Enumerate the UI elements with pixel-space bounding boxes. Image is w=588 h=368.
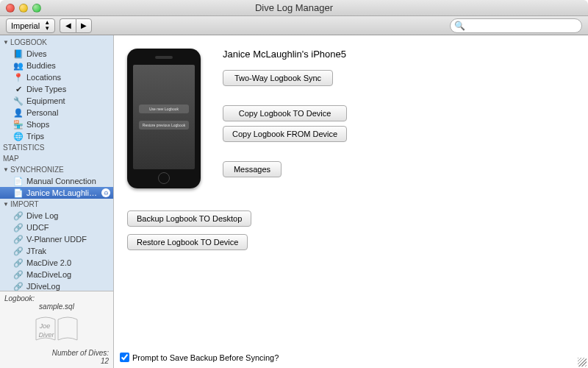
sidebar-item[interactable]: 🔧Equipment bbox=[0, 95, 113, 107]
sidebar-item-icon: 👤 bbox=[13, 108, 24, 118]
sidebar-group-label: MAP bbox=[3, 155, 19, 163]
window-title: Dive Log Manager bbox=[0, 2, 588, 13]
nav-buttons: ◀ ▶ bbox=[60, 18, 92, 33]
phone-screen: Use new Logbook Restore previous Logbook bbox=[133, 65, 195, 169]
sidebar: ▼LOGBOOK📘Dives👥Buddies📍Locations✔Dive Ty… bbox=[0, 35, 114, 368]
units-value: Imperial bbox=[11, 21, 40, 30]
phone-screen-btn1: Use new Logbook bbox=[139, 105, 189, 113]
sidebar-item-label: Buddies bbox=[26, 61, 110, 70]
sidebar-item[interactable]: ✔Dive Types bbox=[0, 83, 113, 95]
eject-icon[interactable]: ⊖ bbox=[101, 188, 110, 197]
sidebar-item-icon: 🔗 bbox=[13, 282, 24, 291]
sidebar-item-icon: 🔗 bbox=[13, 235, 24, 244]
sidebar-item[interactable]: 👥Buddies bbox=[0, 60, 113, 71]
sidebar-item-icon: 🔗 bbox=[13, 223, 24, 233]
sidebar-group-label: IMPORT bbox=[10, 200, 39, 208]
minimize-icon[interactable] bbox=[19, 4, 28, 13]
copy-from-device-button[interactable]: Copy Logbook FROM Device bbox=[223, 126, 347, 142]
window-controls bbox=[6, 4, 41, 13]
device-title: Janice McLaughlin's iPhone5 bbox=[223, 49, 347, 60]
nav-back-button[interactable]: ◀ bbox=[60, 18, 76, 33]
dives-count: 12 bbox=[101, 357, 109, 365]
messages-button[interactable]: Messages bbox=[223, 161, 282, 177]
sidebar-item-label: UDCF bbox=[26, 223, 110, 232]
sidebar-group[interactable]: ▼SYNCHRONIZE bbox=[0, 164, 113, 175]
sidebar-group[interactable]: STATISTICS bbox=[0, 142, 113, 153]
search-input[interactable] bbox=[450, 18, 582, 33]
sidebar-item-icon: 🏪 bbox=[13, 120, 24, 130]
sidebar-item-label: Shops bbox=[26, 120, 110, 129]
toolbar: Imperial ▲▼ ◀ ▶ 🔍 bbox=[0, 16, 588, 35]
sidebar-item[interactable]: 📍Locations bbox=[0, 71, 113, 83]
titlebar: Dive Log Manager bbox=[0, 0, 588, 16]
sidebar-item[interactable]: 🔗V-Planner UDDF bbox=[0, 233, 113, 245]
sidebar-item-label: Personal bbox=[26, 108, 110, 117]
two-way-sync-button[interactable]: Two-Way Logbook Sync bbox=[223, 70, 333, 86]
sidebar-item-icon: 🔗 bbox=[13, 258, 24, 268]
svg-text:Joe: Joe bbox=[39, 322, 51, 330]
phone-home-icon bbox=[158, 172, 170, 184]
content-area: Use new Logbook Restore previous Logbook… bbox=[114, 35, 588, 368]
sidebar-item-icon: 🔗 bbox=[13, 247, 24, 256]
prompt-backup-checkbox[interactable]: Prompt to Save Backup Before Syncing? bbox=[120, 353, 279, 362]
sidebar-item-label: Janice McLaughlin's iPhone5 bbox=[26, 188, 98, 197]
restore-to-device-button[interactable]: Restore Logbook TO Device bbox=[127, 234, 248, 250]
zoom-icon[interactable] bbox=[32, 4, 41, 13]
sidebar-item[interactable]: 🔗Dive Log bbox=[0, 210, 113, 222]
device-actions: Janice McLaughlin's iPhone5 Two-Way Logb… bbox=[223, 49, 347, 188]
sidebar-item-icon: 👥 bbox=[13, 61, 24, 71]
sidebar-item-label: Equipment bbox=[26, 96, 110, 105]
sidebar-footer: Logbook: sample.sql Joe Diver Number of … bbox=[0, 291, 113, 368]
svg-text:Diver: Diver bbox=[38, 331, 54, 339]
sidebar-group[interactable]: MAP bbox=[0, 153, 113, 164]
search-field: 🔍 bbox=[450, 18, 582, 33]
sidebar-item[interactable]: 🔗UDCF bbox=[0, 222, 113, 233]
sidebar-item-label: MacDiveLog bbox=[26, 270, 110, 279]
sidebar-item[interactable]: 🌐Trips bbox=[0, 130, 113, 142]
sidebar-group-label: LOGBOOK bbox=[10, 38, 47, 46]
sidebar-item[interactable]: 🔗JDiveLog bbox=[0, 280, 113, 291]
disclosure-icon: ▼ bbox=[3, 39, 9, 46]
dropdown-arrows-icon: ▲▼ bbox=[44, 20, 50, 32]
sidebar-tree: ▼LOGBOOK📘Dives👥Buddies📍Locations✔Dive Ty… bbox=[0, 35, 113, 291]
sidebar-item-label: Dives bbox=[26, 49, 110, 58]
logbook-icon: Joe Diver bbox=[35, 315, 79, 344]
sidebar-item-label: Manual Connection bbox=[26, 177, 110, 185]
backup-to-desktop-button[interactable]: Backup Logbook TO Desktop bbox=[127, 210, 251, 227]
sidebar-item[interactable]: 🔗JTrak bbox=[0, 245, 113, 257]
sidebar-item-icon: 🌐 bbox=[13, 132, 24, 141]
sidebar-item[interactable]: 👤Personal bbox=[0, 107, 113, 118]
sidebar-item-label: Dive Types bbox=[26, 85, 110, 93]
sidebar-item-icon: 🔗 bbox=[13, 211, 24, 221]
close-icon[interactable] bbox=[6, 4, 15, 13]
sidebar-group-label: SYNCHRONIZE bbox=[10, 166, 64, 174]
copy-to-device-button[interactable]: Copy Logbook TO Device bbox=[223, 105, 347, 121]
prompt-backup-input[interactable] bbox=[120, 353, 129, 362]
sidebar-item[interactable]: 🔗MacDiveLog bbox=[0, 269, 113, 280]
sidebar-item[interactable]: 🔗MacDive 2.0 bbox=[0, 257, 113, 269]
disclosure-icon: ▼ bbox=[3, 201, 9, 208]
sidebar-item[interactable]: 📄Janice McLaughlin's iPhone5⊖ bbox=[0, 187, 113, 199]
sidebar-item-icon: 🔧 bbox=[13, 96, 24, 106]
search-icon: 🔍 bbox=[454, 21, 465, 31]
dives-label: Number of Dives: bbox=[52, 349, 109, 357]
nav-forward-button[interactable]: ▶ bbox=[76, 18, 92, 33]
logbook-label: Logbook: bbox=[4, 294, 35, 302]
sidebar-group-label: STATISTICS bbox=[3, 144, 44, 152]
phone-screen-btn2: Restore previous Logbook bbox=[139, 121, 189, 130]
sidebar-item-icon: 📍 bbox=[13, 73, 24, 82]
sidebar-group[interactable]: ▼LOGBOOK bbox=[0, 37, 113, 48]
sidebar-item-icon: 📘 bbox=[13, 49, 24, 59]
logbook-name: sample.sql bbox=[39, 302, 74, 311]
units-dropdown[interactable]: Imperial ▲▼ bbox=[6, 18, 55, 33]
sidebar-item[interactable]: 🏪Shops bbox=[0, 118, 113, 130]
sidebar-item-label: V-Planner UDDF bbox=[26, 235, 110, 244]
phone-speaker-icon bbox=[155, 56, 173, 59]
sidebar-item[interactable]: 📘Dives bbox=[0, 48, 113, 60]
device-preview: Use new Logbook Restore previous Logbook bbox=[127, 49, 201, 188]
sidebar-item-label: JDiveLog bbox=[26, 282, 110, 291]
resize-handle-icon[interactable] bbox=[578, 358, 587, 367]
sidebar-item[interactable]: 📄Manual Connection bbox=[0, 175, 113, 187]
sidebar-item-label: Locations bbox=[26, 73, 110, 82]
sidebar-group[interactable]: ▼IMPORT bbox=[0, 199, 113, 210]
